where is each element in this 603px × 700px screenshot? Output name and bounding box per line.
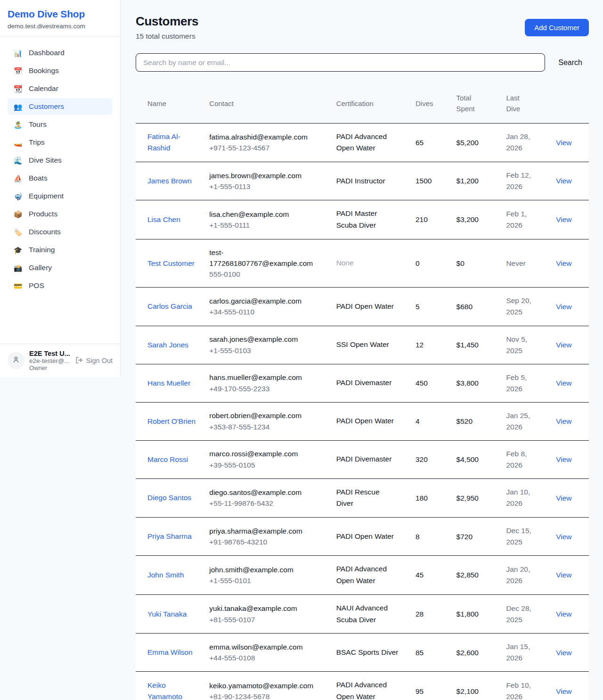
search-input[interactable] xyxy=(136,53,545,72)
view-customer-link[interactable]: View xyxy=(556,687,571,695)
view-customer-link[interactable]: View xyxy=(556,494,571,502)
view-customer-link[interactable]: View xyxy=(556,215,571,223)
search-button[interactable]: Search xyxy=(552,55,589,71)
camera-icon: 📸 xyxy=(13,264,23,272)
customer-name-link[interactable]: Robert O'Brien xyxy=(147,416,196,427)
view-customer-link[interactable]: View xyxy=(556,379,571,387)
customer-name-link[interactable]: Sarah Jones xyxy=(147,339,188,351)
customer-name-link[interactable]: Marco Rossi xyxy=(147,454,188,465)
customer-email: keiko.yamamoto@example.com xyxy=(209,680,325,691)
customer-name-link[interactable]: Lisa Chen xyxy=(147,214,180,225)
sidebar-item-pos[interactable]: 💳 POS xyxy=(8,277,113,294)
sidebar-item-boats[interactable]: ⛵ Boats xyxy=(8,170,113,187)
customer-total-spent: $2,950 xyxy=(451,478,501,518)
package-icon: 📦 xyxy=(13,211,23,218)
view-customer-link[interactable]: View xyxy=(556,610,571,618)
column-header-certification: Certification xyxy=(331,84,410,123)
customer-last-dive: Jan 25, 2026 xyxy=(506,410,535,433)
customer-dives: 0 xyxy=(410,239,451,288)
customer-email: carlos.garcia@example.com xyxy=(209,296,325,306)
sidebar-item-label: Dashboard xyxy=(29,49,65,57)
view-customer-link[interactable]: View xyxy=(556,417,571,425)
user-meta: E2E Test U... e2e-tester@... Owner xyxy=(29,350,71,371)
view-customer-link[interactable]: View xyxy=(556,177,571,185)
table-row: Keiko Yamamoto keiko.yamamoto@example.co… xyxy=(136,672,589,700)
customer-name-link[interactable]: Yuki Tanaka xyxy=(147,609,187,620)
table-row: Marco Rossi marco.rossi@example.com +39-… xyxy=(136,440,589,478)
table-row: Lisa Chen lisa.chen@example.com +1-555-0… xyxy=(136,200,589,239)
sidebar-item-gallery[interactable]: 📸 Gallery xyxy=(8,259,113,276)
credit-card-icon: 💳 xyxy=(13,282,23,289)
sidebar-item-equipment[interactable]: 🤿 Equipment xyxy=(8,188,113,205)
sidebar-item-customers[interactable]: 👥 Customers xyxy=(8,98,113,115)
customer-name-link[interactable]: Carlos Garcia xyxy=(147,301,192,312)
customer-total-spent: $520 xyxy=(451,402,501,440)
sidebar-item-discounts[interactable]: 🏷️ Discounts xyxy=(8,223,113,240)
customer-last-dive: Jan 20, 2026 xyxy=(506,564,535,586)
sign-out-button[interactable]: Sign Out xyxy=(75,356,113,365)
customer-name-link[interactable]: Fatima Al-Rashid xyxy=(147,131,198,154)
customer-name-link[interactable]: Test Customer xyxy=(147,258,195,269)
view-customer-link[interactable]: View xyxy=(556,139,571,147)
customer-phone: +1-555-0113 xyxy=(209,181,325,192)
customer-email: priya.sharma@example.com xyxy=(209,526,325,536)
add-customer-button[interactable]: Add Customer xyxy=(525,19,589,36)
customer-phone: +1-555-0103 xyxy=(209,345,325,356)
diving-mask-icon: 🤿 xyxy=(13,193,23,200)
view-customer-link[interactable]: View xyxy=(556,341,571,349)
customer-email: robert.obrien@example.com xyxy=(209,410,325,421)
sidebar-item-trips[interactable]: 🚤 Trips xyxy=(8,134,113,151)
view-customer-link[interactable]: View xyxy=(556,571,571,579)
sidebar-item-bookings[interactable]: 📅 Bookings xyxy=(8,62,113,79)
customer-phone: +44-555-0108 xyxy=(209,652,325,663)
customer-dives: 65 xyxy=(410,123,451,162)
customer-total-spent: $680 xyxy=(451,288,501,326)
customer-last-dive: Dec 15, 2025 xyxy=(506,525,535,548)
customer-dives: 180 xyxy=(410,478,451,518)
sidebar-item-label: Discounts xyxy=(29,228,61,236)
view-customer-link[interactable]: View xyxy=(556,455,571,463)
customer-dives: 28 xyxy=(410,594,451,634)
customer-phone: +81-555-0107 xyxy=(209,614,325,625)
table-row: Priya Sharma priya.sharma@example.com +9… xyxy=(136,518,589,556)
customer-last-dive: Never xyxy=(506,258,525,269)
customer-last-dive: Feb 5, 2026 xyxy=(506,372,535,395)
customer-dives: 320 xyxy=(410,440,451,478)
customer-name-link[interactable]: John Smith xyxy=(147,569,184,581)
customer-name-link[interactable]: Hans Mueller xyxy=(147,378,190,389)
sidebar-item-products[interactable]: 📦 Products xyxy=(8,206,113,222)
customer-last-dive: Sep 20, 2025 xyxy=(506,295,535,318)
sign-out-label: Sign Out xyxy=(86,357,113,364)
customer-name-link[interactable]: Emma Wilson xyxy=(147,647,193,658)
customer-last-dive: Dec 28, 2025 xyxy=(506,603,535,626)
sidebar-item-dashboard[interactable]: 📊 Dashboard xyxy=(8,44,113,61)
customer-name-link[interactable]: Priya Sharma xyxy=(147,531,192,542)
customer-phone: +1-555-0101 xyxy=(209,575,325,586)
customer-name-link[interactable]: Keiko Yamamoto xyxy=(147,680,198,700)
sidebar-item-tours[interactable]: 🏝️ Tours xyxy=(8,116,113,133)
customer-total-spent: $1,200 xyxy=(451,162,501,200)
view-customer-link[interactable]: View xyxy=(556,259,571,267)
view-customer-link[interactable]: View xyxy=(556,649,571,657)
sidebar-item-training[interactable]: 🎓 Training xyxy=(8,241,113,258)
customer-email: john.smith@example.com xyxy=(209,564,325,575)
view-customer-link[interactable]: View xyxy=(556,533,571,541)
table-row: Robert O'Brien robert.obrien@example.com… xyxy=(136,402,589,440)
customer-name-link[interactable]: Diego Santos xyxy=(147,492,191,503)
customer-name-link[interactable]: James Brown xyxy=(147,175,192,187)
page-header: Customers 15 total customers Add Custome… xyxy=(136,14,589,41)
customer-email: hans.mueller@example.com xyxy=(209,372,325,383)
sidebar-item-dive-sites[interactable]: 🌊 Dive Sites xyxy=(8,152,113,169)
avatar xyxy=(8,352,24,369)
sidebar-item-calendar[interactable]: 📆 Calendar xyxy=(8,80,113,97)
page-subtitle: 15 total customers xyxy=(136,32,198,41)
customer-phone: +1-555-0111 xyxy=(209,220,325,231)
sidebar-item-label: Equipment xyxy=(29,192,64,200)
customer-total-spent: $3,200 xyxy=(451,200,501,239)
table-row: Yuki Tanaka yuki.tanaka@example.com +81-… xyxy=(136,594,589,634)
sidebar-item-label: Boats xyxy=(29,174,48,182)
view-customer-link[interactable]: View xyxy=(556,303,571,311)
customer-phone: +49-170-555-2233 xyxy=(209,383,325,394)
table-row: Hans Mueller hans.mueller@example.com +4… xyxy=(136,364,589,402)
customer-dives: 8 xyxy=(410,518,451,556)
